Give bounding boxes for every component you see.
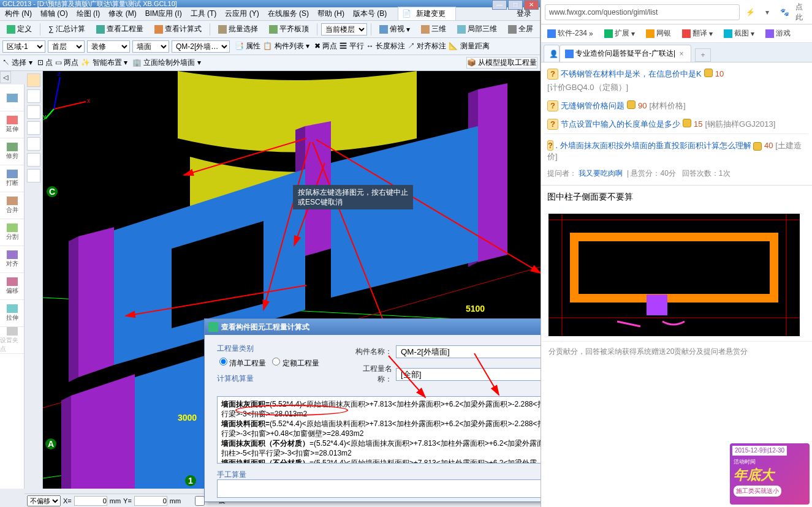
browser-panel: www.fwxgx.com/question/giml/list ⚡ ▾ 🐾 点… <box>541 0 812 507</box>
component-list-button[interactable]: 📋 构件列表 ▾ <box>263 41 309 51</box>
define-button[interactable]: 定义 <box>2 21 36 37</box>
area-select[interactable]: 区域-1 <box>2 40 45 53</box>
dropdown-icon[interactable]: ▾ <box>761 6 774 19</box>
qa-item[interactable]: ? 不锈钢管在材料中是米，在信息价中是K 10 [计价GBQ4.0（定额）] <box>545 65 808 97</box>
side-icon[interactable] <box>27 89 40 103</box>
lightning-icon[interactable]: ⚡ <box>743 6 757 19</box>
bookmark-item[interactable]: 网银 <box>643 27 674 40</box>
vtool-grip[interactable]: 设置夹点 <box>0 327 24 354</box>
qa-title[interactable]: 不锈钢管在材料中是米，在信息价中是K <box>561 69 702 80</box>
vtool-blank[interactable] <box>0 85 24 111</box>
length-dim-button[interactable]: ↔ 长度标注 <box>366 41 405 51</box>
new-change-button[interactable]: 📄 新建变更 <box>398 7 455 21</box>
tab-home[interactable]: 👤 <box>544 45 560 62</box>
qa-current-title[interactable]: . 外墙面抹灰面积按外墙面的垂直投影面积计算怎么理解 <box>556 141 751 150</box>
local-3d-button[interactable]: 局部三维 <box>453 21 501 37</box>
element-select[interactable]: 墙面 <box>132 40 169 53</box>
qa-item[interactable]: ? 节点设置中输入的长度单位是多少 15 [钢筋抽样GGJ2013] <box>545 115 808 133</box>
asker-link[interactable]: 我又要吃肉啊 <box>579 169 623 178</box>
vtool-break[interactable]: 打断 <box>0 165 24 192</box>
elev-draw-button[interactable]: 🏢 立面绘制外墙面 ▾ <box>132 58 201 68</box>
side-icon[interactable] <box>27 73 40 87</box>
vtool-trim[interactable]: 修剪 <box>0 138 24 165</box>
paw-icon[interactable]: 🐾 <box>778 6 791 19</box>
go-button[interactable]: 点此 <box>795 6 808 19</box>
panel-collapse-icon[interactable]: ◁ <box>0 71 11 83</box>
rect-button[interactable]: ▭ 两点 <box>55 58 78 68</box>
coin-icon <box>627 100 636 109</box>
side-icon[interactable] <box>27 153 40 167</box>
url-input[interactable]: www.fwxgx.com/question/giml/list <box>545 4 740 20</box>
qa-item[interactable]: ? 无缝钢管价格问题 90 [材料价格] <box>545 97 808 115</box>
maximize-button[interactable]: □ <box>508 0 523 7</box>
menu-item[interactable]: 工具 (T) <box>188 7 219 20</box>
qa-title[interactable]: 节点设置中输入的长度单位是多少 <box>561 119 680 130</box>
menubar: 构件 (N) 辅轴 (O) 绘图 (I) 修改 (M) BIM应用 (I) 工具… <box>0 7 540 21</box>
menu-item[interactable]: 绘图 (I) <box>74 7 103 20</box>
new-tab-button[interactable]: + <box>695 48 711 62</box>
titlebar: GCL2013 - [D:\预结算及摘版\广联达\算量\测试 XB.GCL10]… <box>0 0 540 7</box>
bookmark-item[interactable]: 软件-234 » <box>545 27 596 40</box>
align-slab-button[interactable]: 平齐板顶 <box>265 21 313 37</box>
storey-select[interactable]: 首层 <box>48 40 85 53</box>
select-button[interactable]: ↖ 选择 ▾ <box>2 58 32 68</box>
radio-quota-qty[interactable]: 定额工程量 <box>272 358 319 369</box>
vtool-merge[interactable]: 合并 <box>0 192 24 219</box>
bookmark-item[interactable]: 翻译 ▾ <box>680 27 715 40</box>
menu-item[interactable]: 帮助 (H) <box>315 7 347 20</box>
side-icon[interactable] <box>27 105 40 119</box>
radio-list-qty[interactable]: 清单工程量 <box>219 358 266 369</box>
sum-calc-button[interactable]: ∑ 汇总计算 <box>44 21 89 37</box>
floor-select[interactable]: 当前楼层 <box>321 23 368 36</box>
vtool-stretch[interactable]: 拉伸 <box>0 300 24 327</box>
component-select[interactable]: QM-2[外墙… <box>172 40 230 53</box>
qa-list: ? 不锈钢管在材料中是米，在信息价中是K 10 [计价GBQ4.0（定额）] ?… <box>541 62 812 186</box>
look-qty-button[interactable]: 查看工程量 <box>92 21 148 37</box>
minimize-button[interactable]: — <box>492 0 507 7</box>
snap-select[interactable]: 不偏移 <box>27 495 61 506</box>
status-y-input[interactable] <box>134 496 167 506</box>
attr-button[interactable]: 📑 属性 <box>235 41 260 51</box>
vtool-align[interactable]: 对齐 <box>0 246 24 273</box>
view-button[interactable]: 俯视 ▾ <box>375 21 414 37</box>
two-point-button[interactable]: ✖ 两点 <box>314 41 337 51</box>
parallel-button[interactable]: ☰ 平行 <box>340 41 363 51</box>
look-calc-button[interactable]: 查看计算式 <box>150 21 206 37</box>
svg-marker-3 <box>78 227 114 377</box>
menu-item[interactable]: 云应用 (Y) <box>222 7 261 20</box>
bookmark-item[interactable]: 游戏 <box>763 27 793 40</box>
bookmark-item[interactable]: 截图 ▾ <box>721 27 757 40</box>
menu-item[interactable]: 修改 (M) <box>106 7 138 20</box>
extract-from-model-button[interactable]: 📦 从模型提取工程量 <box>466 57 537 69</box>
promo-banner[interactable]: 2015-12-9到12-30 活动时间 年底大 施工类买就送小 <box>730 443 810 505</box>
tab-qa[interactable]: 专业造价问题答疑平台-广联达| × <box>560 45 691 62</box>
calc-result-box[interactable]: 墙面抹灰面积=(5.52*4.4)<原始墙面抹灰面积>+7.813<加柱外露面积… <box>217 396 590 464</box>
status-x-input[interactable] <box>74 496 107 506</box>
menu-item[interactable]: BIM应用 (I) <box>143 7 184 20</box>
align-dim-button[interactable]: ↗ 对齐标注 <box>408 41 446 51</box>
svg-line-35 <box>617 321 640 326</box>
smart-layout-button[interactable]: ✨ 智能布置 ▾ <box>81 58 127 68</box>
bookmark-item[interactable]: 扩展 ▾ <box>602 27 637 40</box>
side-icon[interactable] <box>27 121 40 135</box>
batch-select-button[interactable]: 批量选择 <box>214 21 262 37</box>
manual-input[interactable] <box>217 479 590 498</box>
point-button[interactable]: ⊡ 点 <box>37 58 53 68</box>
tab-close-icon[interactable]: × <box>677 50 686 58</box>
category-select[interactable]: 装修 <box>87 40 130 53</box>
3d-button[interactable]: 三维 <box>417 21 450 37</box>
vtool-offset[interactable]: 偏移 <box>0 273 24 300</box>
side-icon[interactable] <box>27 169 40 182</box>
side-icon[interactable] <box>27 137 40 151</box>
qa-title[interactable]: 无缝钢管价格问题 <box>561 100 624 111</box>
vtool-extend[interactable]: 延伸 <box>0 111 24 138</box>
menu-item[interactable]: 在线服务 (S) <box>265 7 311 20</box>
close-button[interactable]: ✕ <box>524 0 539 7</box>
menu-item[interactable]: 版本号 (B) <box>351 7 389 20</box>
svg-marker-9 <box>71 374 135 489</box>
measure-button[interactable]: 📐 测量距离 <box>449 41 489 51</box>
menu-item[interactable]: 构件 (N) <box>2 7 34 20</box>
menu-item[interactable]: 辅轴 (O) <box>38 7 70 20</box>
vtool-split[interactable]: 分割 <box>0 219 24 246</box>
fullscreen-button[interactable]: 全屏 <box>504 21 537 37</box>
